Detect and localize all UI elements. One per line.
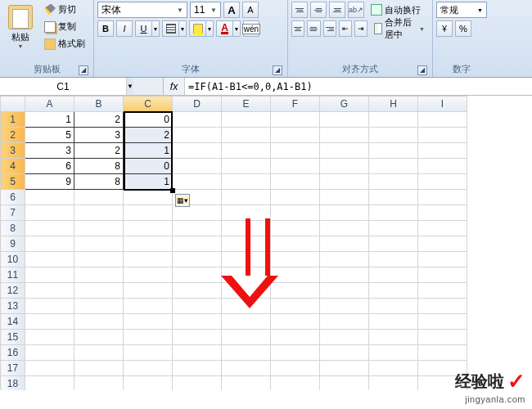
- align-left-button[interactable]: [291, 20, 304, 37]
- shrink-font-button[interactable]: A: [242, 2, 259, 18]
- paste-button[interactable]: 粘贴 ▼: [3, 2, 38, 52]
- row-header-6[interactable]: 6: [1, 190, 25, 205]
- font-dialog-launcher[interactable]: ◢: [273, 65, 282, 75]
- cell-C16[interactable]: [124, 345, 173, 361]
- cell-D16[interactable]: [173, 345, 222, 361]
- select-all-corner[interactable]: [1, 97, 25, 112]
- cell-E2[interactable]: [222, 128, 271, 143]
- cut-button[interactable]: 剪切: [41, 2, 88, 17]
- cell-C8[interactable]: [124, 221, 173, 236]
- row-header-3[interactable]: 3: [1, 143, 25, 159]
- cell-B18[interactable]: [74, 376, 124, 391]
- cell-H2[interactable]: [369, 128, 418, 143]
- cell-H16[interactable]: [369, 345, 418, 361]
- cell-G6[interactable]: [320, 190, 369, 205]
- cell-E16[interactable]: [222, 345, 271, 361]
- cell-I11[interactable]: [418, 267, 467, 283]
- column-header-H[interactable]: H: [369, 97, 418, 112]
- column-header-A[interactable]: A: [25, 97, 74, 112]
- cell-B11[interactable]: [74, 267, 124, 283]
- cell-H8[interactable]: [369, 221, 418, 236]
- cell-E6[interactable]: [222, 190, 271, 205]
- cell-A16[interactable]: [25, 345, 74, 361]
- cell-E1[interactable]: [222, 112, 271, 128]
- align-top-button[interactable]: [291, 2, 308, 18]
- cell-A9[interactable]: [25, 236, 74, 252]
- cell-F17[interactable]: [271, 361, 320, 376]
- phonetic-button[interactable]: wén: [243, 20, 259, 37]
- italic-button[interactable]: I: [116, 20, 133, 37]
- cell-H14[interactable]: [369, 314, 418, 330]
- row-header-18[interactable]: 18: [1, 376, 25, 391]
- column-header-C[interactable]: C: [124, 97, 173, 112]
- align-center-button[interactable]: [307, 20, 320, 37]
- bold-button[interactable]: B: [97, 20, 114, 37]
- cell-A2[interactable]: 5: [25, 128, 74, 143]
- cell-F5[interactable]: [271, 174, 320, 190]
- fill-color-button[interactable]: ▼: [189, 20, 214, 37]
- cell-A17[interactable]: [25, 361, 74, 376]
- cell-D13[interactable]: [173, 299, 222, 314]
- align-right-button[interactable]: [323, 20, 336, 37]
- cell-A7[interactable]: [25, 205, 74, 221]
- cell-B9[interactable]: [74, 236, 124, 252]
- cell-F8[interactable]: [271, 221, 320, 236]
- row-header-16[interactable]: 16: [1, 345, 25, 361]
- font-name-combo[interactable]: 宋体 ▼: [97, 2, 187, 18]
- cell-F1[interactable]: [271, 112, 320, 128]
- cell-G18[interactable]: [320, 376, 369, 391]
- cell-D11[interactable]: [173, 267, 222, 283]
- cell-F16[interactable]: [271, 345, 320, 361]
- number-format-combo[interactable]: 常规 ▼: [436, 2, 487, 18]
- cell-E8[interactable]: [222, 221, 271, 236]
- cell-F18[interactable]: [271, 376, 320, 391]
- cell-C1[interactable]: 0: [124, 112, 173, 128]
- cell-I13[interactable]: [418, 299, 467, 314]
- cell-A11[interactable]: [25, 267, 74, 283]
- cell-B17[interactable]: [74, 361, 124, 376]
- column-header-B[interactable]: B: [74, 97, 124, 112]
- cell-D5[interactable]: [173, 174, 222, 190]
- cell-E9[interactable]: [222, 236, 271, 252]
- alignment-dialog-launcher[interactable]: ◢: [417, 65, 427, 75]
- cell-E11[interactable]: [222, 267, 271, 283]
- cell-H10[interactable]: [369, 252, 418, 267]
- cell-A14[interactable]: [25, 314, 74, 330]
- copy-button[interactable]: 复制: [41, 19, 88, 34]
- cell-E4[interactable]: [222, 159, 271, 174]
- column-header-G[interactable]: G: [320, 97, 369, 112]
- cell-D17[interactable]: [173, 361, 222, 376]
- cell-F6[interactable]: [271, 190, 320, 205]
- cell-A4[interactable]: 6: [25, 159, 74, 174]
- cell-I3[interactable]: [418, 143, 467, 159]
- column-header-E[interactable]: E: [222, 97, 271, 112]
- name-box[interactable]: ▼: [0, 78, 82, 95]
- cell-H11[interactable]: [369, 267, 418, 283]
- cell-I10[interactable]: [418, 252, 467, 267]
- cell-C14[interactable]: [124, 314, 173, 330]
- cell-H5[interactable]: [369, 174, 418, 190]
- cell-A6[interactable]: [25, 190, 74, 205]
- cell-D10[interactable]: [173, 252, 222, 267]
- cell-C13[interactable]: [124, 299, 173, 314]
- cell-B7[interactable]: [74, 205, 124, 221]
- grow-font-button[interactable]: A: [223, 2, 240, 18]
- row-header-17[interactable]: 17: [1, 361, 25, 376]
- row-header-10[interactable]: 10: [1, 252, 25, 267]
- cell-H15[interactable]: [369, 330, 418, 345]
- cell-F13[interactable]: [271, 299, 320, 314]
- align-middle-button[interactable]: [310, 2, 327, 18]
- font-size-combo[interactable]: 11 ▼: [190, 2, 221, 18]
- cell-G9[interactable]: [320, 236, 369, 252]
- cell-C11[interactable]: [124, 267, 173, 283]
- column-header-I[interactable]: I: [418, 97, 467, 112]
- cell-F3[interactable]: [271, 143, 320, 159]
- increase-indent-button[interactable]: ⇥: [354, 20, 367, 37]
- column-header-F[interactable]: F: [271, 97, 320, 112]
- row-header-1[interactable]: 1: [1, 112, 25, 128]
- cell-G3[interactable]: [320, 143, 369, 159]
- cell-C3[interactable]: 1: [124, 143, 173, 159]
- autofill-options-button[interactable]: ▦▾: [175, 194, 190, 207]
- cell-H4[interactable]: [369, 159, 418, 174]
- cell-H1[interactable]: [369, 112, 418, 128]
